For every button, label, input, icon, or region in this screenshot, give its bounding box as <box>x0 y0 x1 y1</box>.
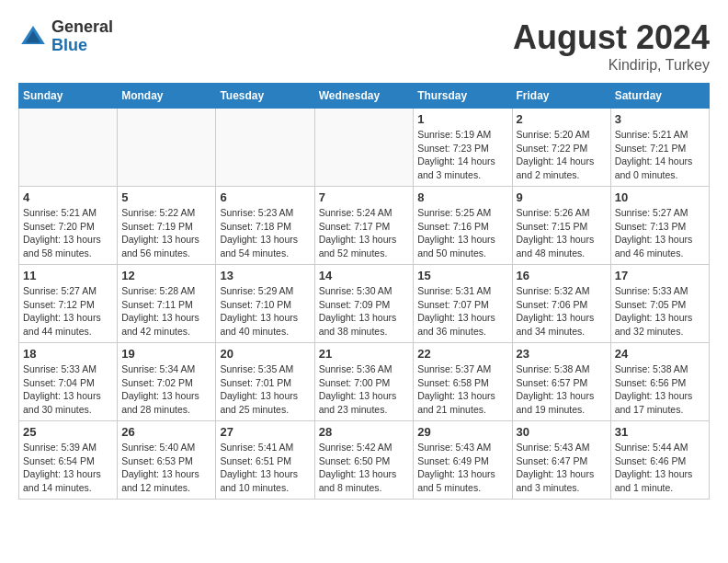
day-number: 18 <box>23 347 113 361</box>
calendar-cell <box>216 109 314 187</box>
day-number: 2 <box>517 112 607 126</box>
day-number: 8 <box>417 190 507 204</box>
day-info: Sunrise: 5:38 AMSunset: 6:57 PMDaylight:… <box>517 362 607 417</box>
day-number: 19 <box>121 347 211 361</box>
day-info: Sunrise: 5:34 AMSunset: 7:02 PMDaylight:… <box>121 362 211 417</box>
week-row: 4Sunrise: 5:21 AMSunset: 7:20 PMDaylight… <box>19 187 710 265</box>
day-number: 30 <box>517 425 607 439</box>
weekday-header: Tuesday <box>216 84 314 109</box>
calendar-cell: 6Sunrise: 5:23 AMSunset: 7:18 PMDaylight… <box>216 187 314 265</box>
day-number: 22 <box>417 347 507 361</box>
calendar-cell: 13Sunrise: 5:29 AMSunset: 7:10 PMDayligh… <box>216 265 314 343</box>
day-info: Sunrise: 5:38 AMSunset: 6:56 PMDaylight:… <box>615 362 705 417</box>
title-section: August 2024 Kindirip, Turkey <box>513 18 710 74</box>
day-number: 11 <box>23 269 113 282</box>
day-number: 25 <box>23 425 113 439</box>
day-info: Sunrise: 5:31 AMSunset: 7:07 PMDaylight:… <box>417 284 507 339</box>
calendar-cell: 5Sunrise: 5:22 AMSunset: 7:19 PMDaylight… <box>118 187 216 265</box>
day-info: Sunrise: 5:43 AMSunset: 6:47 PMDaylight:… <box>517 441 607 495</box>
day-info: Sunrise: 5:35 AMSunset: 7:01 PMDaylight:… <box>220 362 310 417</box>
calendar-cell <box>19 109 118 187</box>
weekday-header: Monday <box>118 84 216 109</box>
day-info: Sunrise: 5:40 AMSunset: 6:53 PMDaylight:… <box>121 441 211 495</box>
calendar-cell: 3Sunrise: 5:21 AMSunset: 7:21 PMDaylight… <box>610 109 709 187</box>
day-info: Sunrise: 5:30 AMSunset: 7:09 PMDaylight:… <box>319 284 410 339</box>
day-number: 3 <box>615 112 705 126</box>
calendar-cell: 12Sunrise: 5:28 AMSunset: 7:11 PMDayligh… <box>118 265 216 343</box>
calendar-cell: 9Sunrise: 5:26 AMSunset: 7:15 PMDaylight… <box>512 187 610 265</box>
logo-blue: Blue <box>51 37 113 55</box>
calendar-cell: 26Sunrise: 5:40 AMSunset: 6:53 PMDayligh… <box>118 421 216 500</box>
calendar-cell: 24Sunrise: 5:38 AMSunset: 6:56 PMDayligh… <box>610 343 709 421</box>
day-info: Sunrise: 5:33 AMSunset: 7:05 PMDaylight:… <box>615 284 705 339</box>
day-number: 16 <box>517 269 607 282</box>
calendar-cell: 31Sunrise: 5:44 AMSunset: 6:46 PMDayligh… <box>610 421 709 500</box>
calendar-cell: 18Sunrise: 5:33 AMSunset: 7:04 PMDayligh… <box>19 343 118 421</box>
day-info: Sunrise: 5:42 AMSunset: 6:50 PMDaylight:… <box>319 441 410 495</box>
weekday-header-row: SundayMondayTuesdayWednesdayThursdayFrid… <box>19 84 710 109</box>
calendar-cell: 14Sunrise: 5:30 AMSunset: 7:09 PMDayligh… <box>314 265 414 343</box>
weekday-header: Sunday <box>19 84 118 109</box>
day-number: 21 <box>319 347 410 361</box>
week-row: 11Sunrise: 5:27 AMSunset: 7:12 PMDayligh… <box>19 265 710 343</box>
calendar-cell: 22Sunrise: 5:37 AMSunset: 6:58 PMDayligh… <box>414 343 512 421</box>
calendar-cell: 19Sunrise: 5:34 AMSunset: 7:02 PMDayligh… <box>118 343 216 421</box>
day-number: 23 <box>517 347 607 361</box>
day-info: Sunrise: 5:22 AMSunset: 7:19 PMDaylight:… <box>121 206 211 260</box>
day-info: Sunrise: 5:24 AMSunset: 7:17 PMDaylight:… <box>319 206 410 260</box>
weekday-header: Wednesday <box>314 84 414 109</box>
calendar-cell: 29Sunrise: 5:43 AMSunset: 6:49 PMDayligh… <box>414 421 512 500</box>
day-info: Sunrise: 5:43 AMSunset: 6:49 PMDaylight:… <box>417 441 507 495</box>
day-info: Sunrise: 5:21 AMSunset: 7:20 PMDaylight:… <box>23 206 113 260</box>
calendar-cell: 30Sunrise: 5:43 AMSunset: 6:47 PMDayligh… <box>512 421 610 500</box>
day-info: Sunrise: 5:44 AMSunset: 6:46 PMDaylight:… <box>615 441 705 495</box>
day-info: Sunrise: 5:41 AMSunset: 6:51 PMDaylight:… <box>220 441 310 495</box>
logo-icon <box>18 22 48 52</box>
day-info: Sunrise: 5:36 AMSunset: 7:00 PMDaylight:… <box>319 362 410 417</box>
day-number: 15 <box>417 269 507 282</box>
calendar-cell: 23Sunrise: 5:38 AMSunset: 6:57 PMDayligh… <box>512 343 610 421</box>
day-info: Sunrise: 5:20 AMSunset: 7:22 PMDaylight:… <box>517 128 607 182</box>
week-row: 18Sunrise: 5:33 AMSunset: 7:04 PMDayligh… <box>19 343 710 421</box>
calendar-cell: 16Sunrise: 5:32 AMSunset: 7:06 PMDayligh… <box>512 265 610 343</box>
calendar-cell: 4Sunrise: 5:21 AMSunset: 7:20 PMDaylight… <box>19 187 118 265</box>
calendar-cell: 20Sunrise: 5:35 AMSunset: 7:01 PMDayligh… <box>216 343 314 421</box>
day-info: Sunrise: 5:27 AMSunset: 7:13 PMDaylight:… <box>615 206 705 260</box>
day-number: 4 <box>23 190 113 204</box>
logo-general: General <box>51 18 113 37</box>
calendar-cell: 17Sunrise: 5:33 AMSunset: 7:05 PMDayligh… <box>610 265 709 343</box>
calendar-cell <box>314 109 414 187</box>
day-number: 17 <box>615 269 705 282</box>
day-info: Sunrise: 5:23 AMSunset: 7:18 PMDaylight:… <box>220 206 310 260</box>
day-info: Sunrise: 5:19 AMSunset: 7:23 PMDaylight:… <box>417 128 507 182</box>
calendar-cell: 2Sunrise: 5:20 AMSunset: 7:22 PMDaylight… <box>512 109 610 187</box>
weekday-header: Friday <box>512 84 610 109</box>
day-number: 9 <box>517 190 607 204</box>
day-number: 10 <box>615 190 705 204</box>
logo: General Blue <box>18 18 113 55</box>
day-info: Sunrise: 5:26 AMSunset: 7:15 PMDaylight:… <box>517 206 607 260</box>
day-number: 14 <box>319 269 410 282</box>
calendar-cell: 28Sunrise: 5:42 AMSunset: 6:50 PMDayligh… <box>314 421 414 500</box>
day-info: Sunrise: 5:27 AMSunset: 7:12 PMDaylight:… <box>23 284 113 339</box>
calendar-cell: 11Sunrise: 5:27 AMSunset: 7:12 PMDayligh… <box>19 265 118 343</box>
calendar-cell: 21Sunrise: 5:36 AMSunset: 7:00 PMDayligh… <box>314 343 414 421</box>
calendar-cell: 1Sunrise: 5:19 AMSunset: 7:23 PMDaylight… <box>414 109 512 187</box>
day-info: Sunrise: 5:39 AMSunset: 6:54 PMDaylight:… <box>23 441 113 495</box>
calendar-cell: 27Sunrise: 5:41 AMSunset: 6:51 PMDayligh… <box>216 421 314 500</box>
logo-text: General Blue <box>51 18 113 55</box>
calendar-cell: 15Sunrise: 5:31 AMSunset: 7:07 PMDayligh… <box>414 265 512 343</box>
day-number: 31 <box>615 425 705 439</box>
day-info: Sunrise: 5:37 AMSunset: 6:58 PMDaylight:… <box>417 362 507 417</box>
location: Kindirip, Turkey <box>513 57 710 74</box>
day-number: 6 <box>220 190 310 204</box>
day-number: 13 <box>220 269 310 282</box>
day-number: 1 <box>417 112 507 126</box>
weekday-header: Saturday <box>610 84 709 109</box>
day-number: 5 <box>121 190 211 204</box>
week-row: 1Sunrise: 5:19 AMSunset: 7:23 PMDaylight… <box>19 109 710 187</box>
day-number: 27 <box>220 425 310 439</box>
day-info: Sunrise: 5:32 AMSunset: 7:06 PMDaylight:… <box>517 284 607 339</box>
calendar-table: SundayMondayTuesdayWednesdayThursdayFrid… <box>18 83 710 500</box>
day-info: Sunrise: 5:29 AMSunset: 7:10 PMDaylight:… <box>220 284 310 339</box>
